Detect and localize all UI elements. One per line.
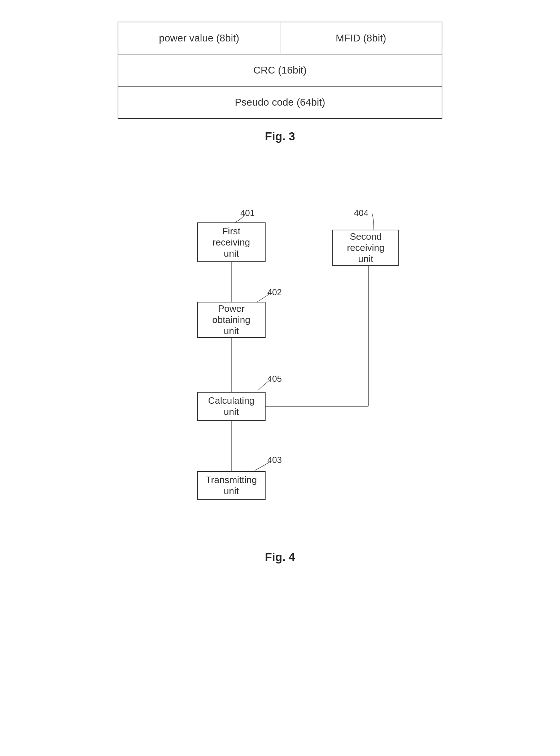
power-obtaining-unit: Power obtaining unit	[197, 302, 266, 338]
transmitting-unit: Transmitting unit	[197, 471, 266, 500]
fig4-container: 401 404 402 405 403 First receiving unit…	[118, 186, 442, 564]
page-content: power value (8bit) MFID (8bit) CRC (16bi…	[118, 22, 442, 564]
label-402: 402	[267, 287, 282, 297]
table-cell-mfid: MFID (8bit)	[280, 22, 442, 54]
fig3-caption: Fig. 3	[118, 130, 442, 143]
second-receiving-line1: Second receiving	[347, 231, 384, 253]
label-403: 403	[267, 455, 282, 465]
table-cell-pseudo-code: Pseudo code (64bit)	[118, 87, 442, 119]
power-obtaining-line1: Power obtaining	[212, 303, 250, 325]
calculating-unit: Calculating unit	[197, 392, 266, 421]
label-405: 405	[267, 374, 282, 384]
label-401: 401	[240, 208, 255, 218]
first-receiving-line1: First receiving	[213, 226, 250, 248]
first-receiving-line2: unit	[224, 248, 239, 259]
second-receiving-line2: unit	[358, 253, 373, 264]
fig3-table: power value (8bit) MFID (8bit) CRC (16bi…	[118, 22, 442, 119]
diagram-area: 401 404 402 405 403 First receiving unit…	[154, 186, 406, 540]
table-cell-crc: CRC (16bit)	[118, 54, 442, 87]
power-obtaining-line2: unit	[224, 326, 239, 336]
label-404: 404	[354, 208, 368, 218]
second-receiving-unit: Second receiving unit	[332, 230, 399, 266]
transmitting-label: Transmitting unit	[203, 474, 259, 497]
calculating-label: Calculating unit	[203, 395, 259, 417]
fig3-container: power value (8bit) MFID (8bit) CRC (16bi…	[118, 22, 442, 143]
first-receiving-unit: First receiving unit	[197, 222, 266, 262]
fig4-caption: Fig. 4	[265, 551, 295, 564]
table-cell-power-value: power value (8bit)	[118, 22, 280, 54]
